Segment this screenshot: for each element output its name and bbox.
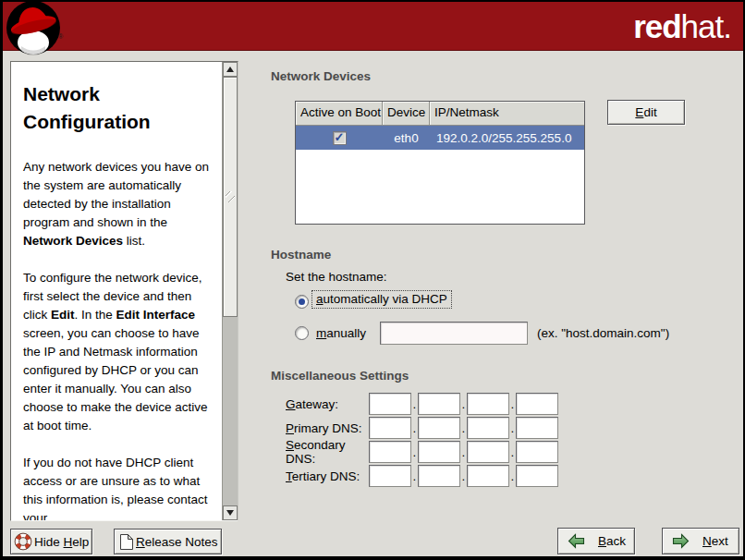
gateway-octet-2[interactable] (418, 393, 460, 415)
registered-mark: ® (58, 33, 64, 40)
scroll-up-button[interactable] (223, 62, 238, 77)
octet-separator: . (411, 397, 418, 411)
misc-settings-heading: Miscellaneous Settings (271, 369, 409, 383)
cell-device: eth0 (383, 131, 430, 145)
gateway-octet-3[interactable] (467, 393, 509, 415)
tertiary-dns-octet-2[interactable] (418, 465, 460, 487)
octet-separator: . (460, 445, 467, 459)
life-preserver-icon (14, 532, 32, 551)
installer-window: ® redhat. Network Configuration Any netw… (0, 0, 745, 560)
primary-dns-octet-1[interactable] (369, 417, 411, 439)
help-paragraph-2: To configure the network device, first s… (23, 269, 218, 435)
edit-button[interactable]: Edit (607, 100, 685, 125)
secondary-dns-label: Secondary DNS: (286, 438, 369, 466)
gateway-row: Gateway: . . . (286, 393, 558, 415)
dhcp-radio-label[interactable]: automatically via DHCP (311, 292, 452, 306)
tertiary-dns-octet-1[interactable] (369, 465, 411, 487)
octet-separator: . (411, 421, 418, 435)
hide-help-label: Hide Help (34, 535, 89, 549)
scroll-down-icon (226, 510, 234, 516)
hostname-heading: Hostname (271, 248, 331, 262)
octet-separator: . (460, 397, 467, 411)
octet-separator: . (509, 421, 516, 435)
scrollbar-grip-icon (226, 191, 235, 202)
checkmark-icon: ✓ (335, 131, 345, 143)
octet-separator: . (509, 469, 516, 483)
column-device[interactable]: Device (383, 102, 430, 126)
tertiary-dns-octet-4[interactable] (516, 465, 558, 487)
top-banner: ® redhat. (3, 2, 743, 51)
octet-separator: . (411, 445, 418, 459)
cell-ip-netmask: 192.0.2.0/255.255.255.0 (430, 131, 584, 145)
wordmark-hat: hat. (681, 8, 731, 44)
hostname-input[interactable] (380, 322, 528, 345)
tertiary-dns-octet-3[interactable] (467, 465, 509, 487)
back-button[interactable]: Back (557, 528, 635, 554)
scrollbar-thumb[interactable] (223, 77, 238, 317)
next-button[interactable]: Next (662, 528, 739, 554)
active-on-boot-checkbox[interactable]: ✓ (333, 131, 347, 145)
network-devices-table: Active on Boot Device IP/Netmask ✓ eth0 … (295, 101, 585, 225)
next-arrow-icon (672, 533, 690, 549)
secondary-dns-octet-1[interactable] (369, 441, 411, 463)
primary-dns-octet-4[interactable] (516, 417, 558, 439)
primary-dns-label: Primary DNS: (286, 421, 369, 435)
primary-dns-octet-2[interactable] (418, 417, 460, 439)
tertiary-dns-label: Tertiary DNS: (286, 469, 369, 483)
octet-separator: . (411, 469, 418, 483)
table-header: Active on Boot Device IP/Netmask (296, 102, 584, 126)
secondary-dns-octet-3[interactable] (467, 441, 509, 463)
primary-dns-row: Primary DNS: . . . (286, 417, 558, 439)
primary-dns-octet-3[interactable] (467, 417, 509, 439)
help-content: Network Configuration Any network device… (11, 62, 222, 520)
release-notes-button[interactable]: Release Notes (114, 529, 222, 554)
next-label: Next (702, 534, 728, 548)
hide-help-button[interactable]: Hide Help (10, 529, 92, 554)
secondary-dns-octet-4[interactable] (516, 441, 558, 463)
redhat-wordmark: redhat. (633, 10, 731, 43)
help-paragraph-1: Any network devices you have on the syst… (23, 158, 218, 250)
octet-separator: . (509, 397, 516, 411)
secondary-dns-row: Secondary DNS: . . . (286, 441, 558, 463)
redhat-shadowman-logo: ® (5, 0, 66, 59)
help-paragraph-3: If you do not have DHCP client access or… (23, 454, 218, 520)
column-ip-netmask[interactable]: IP/Netmask (430, 102, 584, 126)
gateway-octet-4[interactable] (516, 393, 558, 415)
help-panel: Network Configuration Any network device… (10, 61, 238, 521)
hostname-example-hint: (ex. "host.domain.com") (537, 326, 669, 340)
document-icon (119, 533, 134, 551)
back-arrow-icon (568, 533, 585, 549)
cell-active-on-boot: ✓ (296, 131, 383, 145)
octet-separator: . (460, 469, 467, 483)
wordmark-red: red (633, 8, 680, 44)
table-row[interactable]: ✓ eth0 192.0.2.0/255.255.255.0 (296, 126, 584, 150)
network-devices-heading: Network Devices (271, 69, 371, 83)
column-active-on-boot[interactable]: Active on Boot (296, 102, 383, 126)
tertiary-dns-row: Tertiary DNS: . . . (286, 465, 558, 487)
scroll-down-button[interactable] (223, 505, 238, 520)
manual-radio[interactable] (295, 326, 309, 340)
help-scrollbar[interactable] (222, 62, 238, 520)
octet-separator: . (460, 421, 467, 435)
gateway-label: Gateway: (286, 397, 369, 411)
secondary-dns-octet-2[interactable] (418, 441, 460, 463)
octet-separator: . (509, 445, 516, 459)
dhcp-radio[interactable] (295, 295, 309, 309)
manual-radio-label[interactable]: manually (316, 326, 366, 340)
set-hostname-label: Set the hostname: (286, 270, 387, 284)
focus-outline: automatically via DHCP (311, 290, 452, 309)
misc-settings-rows: Gateway: . . . Primary DNS: . . . Second… (286, 393, 558, 489)
scroll-up-icon (226, 67, 234, 72)
gateway-octet-1[interactable] (369, 393, 411, 415)
help-title: Network Configuration (23, 80, 218, 136)
back-label: Back (598, 534, 626, 548)
release-notes-label: Release Notes (136, 535, 218, 549)
